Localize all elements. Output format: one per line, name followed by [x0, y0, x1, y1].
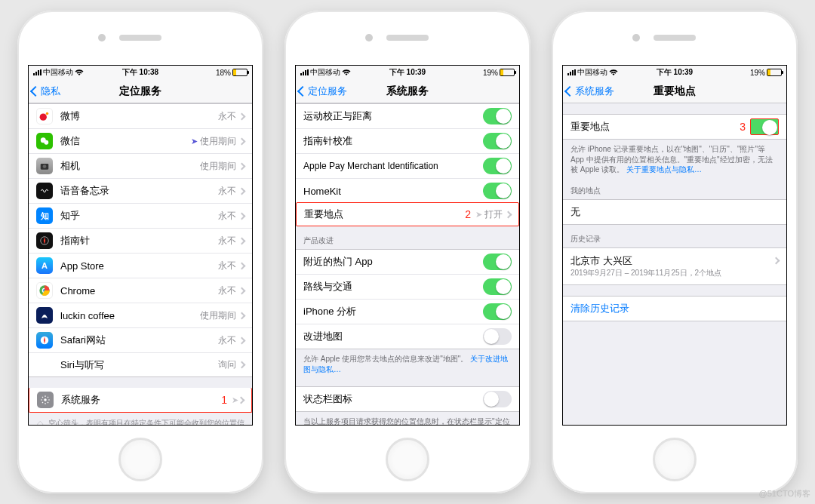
- header-history: 历史记录: [563, 225, 786, 247]
- toggle-switch[interactable]: [483, 303, 512, 320]
- screen-3: 中国移动 下午 10:39 19% 系统服务 重要地点 重要地点 3 允许 iP…: [562, 65, 787, 426]
- app-row-camera[interactable]: 相机使用期间: [29, 153, 252, 178]
- privacy-link[interactable]: 关于重要地点与隐私…: [626, 165, 702, 174]
- home-button[interactable]: [653, 438, 697, 481]
- status-bar: 中国移动 下午 10:39 19%: [563, 66, 786, 79]
- row-improve-maps[interactable]: 改进地图: [296, 324, 519, 349]
- group-header-product-improvement: 产品改进: [296, 226, 519, 249]
- screen-1: 中国移动 下午 10:38 18% 隐私 定位服务 微博永不 微信➤使用期间 相…: [28, 65, 253, 426]
- app-row-zhihu[interactable]: 知知乎永不: [29, 203, 252, 228]
- legend-footer: ◇空心箭头，表明有项目在特定条件下可能会收到您的位置信息。 ➤紫色箭头，表明有项…: [29, 413, 252, 425]
- phone-frame-1: 中国移动 下午 10:38 18% 隐私 定位服务 微博永不 微信➤使用期间 相…: [17, 11, 263, 493]
- row-significant-locations-toggle[interactable]: 重要地点 3: [563, 115, 786, 139]
- app-row-chrome[interactable]: Chrome永不: [29, 278, 252, 303]
- toggle-switch[interactable]: [483, 133, 512, 149]
- battery-icon: [232, 69, 248, 76]
- header-my-locations: 我的地点: [563, 177, 786, 199]
- annotation-1: 1: [221, 394, 227, 406]
- svg-point-5: [43, 164, 47, 168]
- toggle-switch[interactable]: [483, 254, 512, 270]
- gear-icon: [37, 392, 54, 408]
- svg-point-1: [46, 112, 49, 115]
- group-footer-improve-maps: 允许 Apple 使用您常去地点的信息来改进"地图"。 关于改进地图与隐私…: [296, 349, 519, 376]
- app-row-wechat[interactable]: 微信➤使用期间: [29, 128, 252, 153]
- row-iphone-analytics[interactable]: iPhone 分析: [296, 299, 519, 324]
- status-time: 下午 10:38: [122, 67, 158, 78]
- row-compass-calibration[interactable]: 指南针校准: [296, 128, 519, 153]
- chevron-right-icon: [505, 211, 512, 218]
- location-arrow-icon: ➤: [475, 210, 482, 220]
- toggle-switch[interactable]: [483, 108, 512, 124]
- app-row-weibo[interactable]: 微博永不: [29, 104, 252, 128]
- battery-pct: 18%: [216, 69, 231, 77]
- row-significant-locations[interactable]: 重要地点 2 ➤打开: [296, 202, 519, 226]
- home-button[interactable]: [386, 438, 429, 481]
- app-row-app-store[interactable]: AApp Store永不: [29, 253, 252, 278]
- status-bar: 中国移动 下午 10:39 19%: [296, 66, 519, 79]
- back-button[interactable]: 系统服务: [563, 85, 614, 98]
- row-my-locations[interactable]: 无: [563, 200, 786, 224]
- back-button[interactable]: 定位服务: [296, 85, 347, 98]
- toggle-switch[interactable]: [750, 118, 779, 135]
- annotation-3: 3: [740, 121, 746, 133]
- chevron-right-icon: [238, 396, 245, 404]
- app-row-safari[interactable]: Safari网站永不: [29, 327, 252, 352]
- group-footer-statusbar: 当以上服务项目请求获得您的位置信息时，在状态栏显示"定位服务"的图标。: [296, 412, 519, 425]
- phone-frame-3: 中国移动 下午 10:39 19% 系统服务 重要地点 重要地点 3 允许 iP…: [552, 11, 798, 493]
- history-subtitle: 2019年9月27日 – 2019年11月25日，2个地点: [570, 268, 779, 278]
- toggle-switch[interactable]: [483, 158, 512, 174]
- phone-frame-2: 中国移动 下午 10:39 19% 定位服务 系统服务 运动校正与距离 指南针校…: [284, 11, 531, 493]
- svg-point-3: [44, 140, 48, 145]
- nav-bar: 隐私 定位服务: [29, 79, 252, 103]
- app-row-compass[interactable]: 指南针永不: [29, 228, 252, 253]
- toggle-switch[interactable]: [483, 278, 512, 295]
- phone-speaker: [119, 35, 161, 41]
- svg-point-0: [40, 114, 47, 121]
- page-title: 定位服务: [29, 85, 252, 98]
- row-popular-nearby[interactable]: 附近的热门 App: [296, 250, 519, 274]
- toggle-footer: 允许 iPhone 记录重要地点，以在"地图"、"日历"、"照片"等 App 中…: [563, 140, 786, 177]
- chevron-right-icon: [773, 257, 780, 265]
- screen-2: 中国移动 下午 10:39 19% 定位服务 系统服务 运动校正与距离 指南针校…: [295, 65, 520, 426]
- watermark: @51CTO博客: [759, 488, 810, 499]
- svg-point-11: [44, 398, 47, 401]
- app-row-luckin[interactable]: luckin coffee使用期间: [29, 303, 252, 327]
- phone-camera: [98, 34, 106, 41]
- row-homekit[interactable]: HomeKit: [296, 178, 519, 203]
- row-motion-distance[interactable]: 运动校正与距离: [296, 104, 519, 128]
- signal-icon: [33, 69, 42, 75]
- row-history-entry[interactable]: 北京市 大兴区 2019年9月27日 – 2019年11月25日，2个地点: [563, 248, 786, 284]
- row-statusbar-icon[interactable]: 状态栏图标: [296, 387, 519, 411]
- row-routing-traffic[interactable]: 路线与交通: [296, 274, 519, 299]
- annotation-2: 2: [465, 208, 471, 220]
- carrier-label: 中国移动: [43, 67, 73, 78]
- toggle-switch[interactable]: [483, 328, 512, 345]
- app-row-voice-memos[interactable]: 语音备忘录永不: [29, 178, 252, 203]
- toggle-switch[interactable]: [483, 391, 512, 407]
- clear-history-button[interactable]: 清除历史记录: [563, 297, 786, 321]
- app-row-siri[interactable]: Siri与听写询问: [29, 352, 252, 376]
- wifi-icon: [342, 69, 351, 76]
- status-bar: 中国移动 下午 10:38 18%: [29, 66, 252, 79]
- toggle-switch[interactable]: [483, 183, 512, 199]
- row-apple-pay-merchant[interactable]: Apple Pay Merchant Identification: [296, 153, 519, 178]
- system-services-row[interactable]: 系统服务 1 ➤: [29, 388, 252, 413]
- location-arrow-icon: ➤: [191, 137, 198, 146]
- home-button[interactable]: [118, 438, 162, 481]
- wifi-icon: [75, 69, 84, 76]
- back-button[interactable]: 隐私: [29, 85, 60, 98]
- app-permissions-group: 微博永不 微信➤使用期间 相机使用期间 语音备忘录永不 知知乎永不 指南针永不 …: [29, 103, 252, 377]
